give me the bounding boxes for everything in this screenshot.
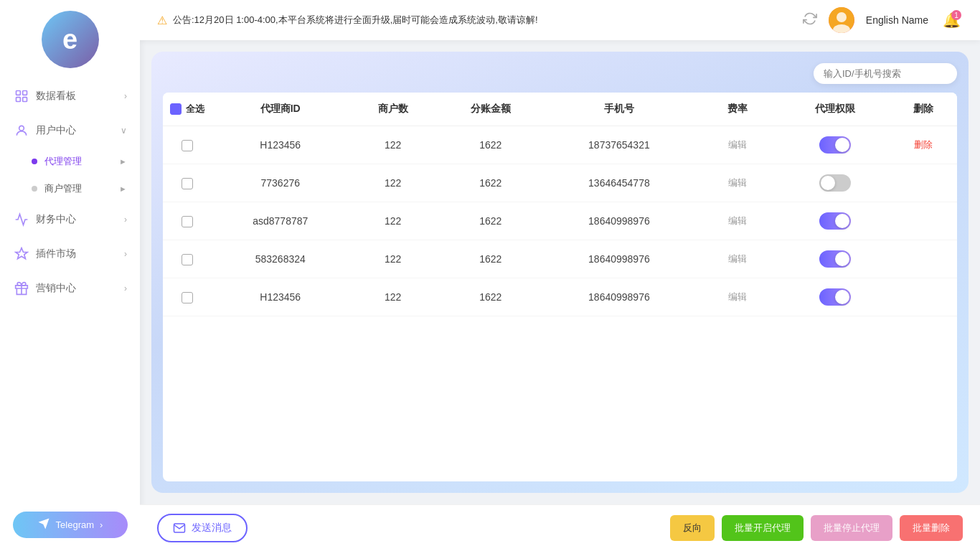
fanxiang-button[interactable]: 反向 bbox=[670, 515, 715, 541]
toggle-thumb bbox=[835, 214, 849, 228]
row-agent-id: H123456 bbox=[212, 126, 349, 164]
row-amount: 1622 bbox=[437, 126, 545, 164]
row-phone: 13646454778 bbox=[545, 164, 694, 202]
table-row: H123456122162218737654321编辑删除 bbox=[163, 126, 957, 164]
announcement-bar: ⚠ 公告:12月20日 1:00-4:00,本平台系统将进行全面升级,届时可能会… bbox=[157, 14, 794, 27]
table-card: 全选 代理商ID 商户数 分账金额 手机号 费率 代理权限 删除 bbox=[151, 52, 969, 493]
toggle-2[interactable] bbox=[819, 212, 851, 230]
row-delete bbox=[889, 278, 957, 316]
sidebar-item-user-center[interactable]: 用户中心 ∨ bbox=[0, 113, 140, 148]
col-amount: 分账金额 bbox=[437, 93, 545, 126]
sidebar-item-finance-label: 财务中心 bbox=[36, 213, 124, 226]
svg-point-6 bbox=[837, 12, 847, 22]
row-delete: 删除 bbox=[889, 126, 957, 164]
row-phone: 18640998976 bbox=[545, 202, 694, 240]
sidebar-item-dashboard-label: 数据看板 bbox=[36, 90, 124, 103]
sidebar-item-marketing-arrow: › bbox=[124, 283, 127, 293]
col-rate: 费率 bbox=[694, 93, 781, 126]
row-checkbox-cell bbox=[163, 202, 212, 240]
row-toggle bbox=[781, 126, 889, 164]
row-checkbox-cell bbox=[163, 278, 212, 316]
row-checkbox-0[interactable] bbox=[182, 140, 193, 151]
send-message-button[interactable]: 发送消息 bbox=[157, 514, 248, 542]
row-checkbox-2[interactable] bbox=[182, 216, 193, 227]
row-toggle bbox=[781, 164, 889, 202]
svg-point-4 bbox=[19, 126, 24, 131]
row-rate: 编辑 bbox=[694, 164, 781, 202]
telegram-arrow: › bbox=[100, 519, 103, 530]
toggle-thumb bbox=[835, 252, 849, 266]
sidebar-item-user-center-label: 用户中心 bbox=[36, 124, 121, 137]
batch-open-button[interactable]: 批量开启代理 bbox=[722, 515, 804, 541]
telegram-icon bbox=[37, 517, 50, 532]
logo-area: e bbox=[38, 7, 103, 72]
refresh-icon[interactable] bbox=[803, 11, 817, 29]
toggle-3[interactable] bbox=[819, 250, 851, 268]
batch-stop-button[interactable]: 批量停止代理 bbox=[811, 515, 892, 541]
row-merchants: 122 bbox=[349, 240, 436, 278]
row-rate: 编辑 bbox=[694, 240, 781, 278]
merchant-manage-arrow: ► bbox=[119, 184, 127, 193]
toggle-1[interactable] bbox=[819, 174, 851, 192]
row-checkbox-1[interactable] bbox=[182, 178, 193, 189]
table-body: H123456122162218737654321编辑删除77362761221… bbox=[163, 126, 957, 316]
edit-button-3[interactable]: 编辑 bbox=[722, 250, 753, 268]
toggle-4[interactable] bbox=[819, 288, 851, 306]
search-input[interactable] bbox=[814, 63, 957, 84]
search-input-wrap bbox=[814, 63, 957, 84]
edit-button-0[interactable]: 编辑 bbox=[722, 136, 753, 154]
table-header-row bbox=[163, 63, 957, 84]
sidebar-item-agent-manage[interactable]: 代理管理 ► bbox=[0, 148, 140, 175]
row-checkbox-cell bbox=[163, 240, 212, 278]
row-delete bbox=[889, 240, 957, 278]
edit-button-1[interactable]: 编辑 bbox=[722, 174, 753, 192]
table-container: 全选 代理商ID 商户数 分账金额 手机号 费率 代理权限 删除 bbox=[163, 93, 957, 481]
select-all-checkbox[interactable] bbox=[170, 103, 182, 115]
avatar bbox=[829, 7, 854, 33]
toggle-thumb bbox=[821, 176, 835, 190]
sidebar: e 数据看板 › 用户中心 ∨ 代理管理 ► 商户管理 ► 财务中心 › bbox=[0, 0, 140, 551]
sidebar-item-marketing[interactable]: 营销中心 › bbox=[0, 271, 140, 306]
row-checkbox-4[interactable] bbox=[182, 292, 193, 303]
svg-rect-1 bbox=[23, 91, 27, 95]
bottom-bar: 发送消息 反向 批量开启代理 批量停止代理 批量删除 bbox=[140, 504, 980, 551]
telegram-label: Telegram bbox=[56, 519, 94, 530]
edit-button-4[interactable]: 编辑 bbox=[722, 288, 753, 306]
topbar: ⚠ 公告:12月20日 1:00-4:00,本平台系统将进行全面升级,届时可能会… bbox=[140, 0, 980, 40]
announcement-text: 公告:12月20日 1:00-4:00,本平台系统将进行全面升级,届时可能会造成… bbox=[173, 14, 538, 27]
col-agent-id: 代理商ID bbox=[212, 93, 349, 126]
agent-manage-dot bbox=[32, 159, 37, 164]
select-all-label: 全选 bbox=[186, 103, 204, 116]
sidebar-item-agent-manage-label: 代理管理 bbox=[44, 155, 82, 168]
bell-button[interactable]: 🔔 1 bbox=[940, 9, 963, 32]
row-phone: 18737654321 bbox=[545, 126, 694, 164]
row-merchants: 122 bbox=[349, 126, 436, 164]
edit-button-2[interactable]: 编辑 bbox=[722, 212, 753, 230]
sidebar-item-dashboard[interactable]: 数据看板 › bbox=[0, 79, 140, 113]
batch-delete-button[interactable]: 批量删除 bbox=[900, 515, 963, 541]
sidebar-item-merchant-manage[interactable]: 商户管理 ► bbox=[0, 175, 140, 202]
row-amount: 1622 bbox=[437, 278, 545, 316]
row-agent-id: H123456 bbox=[212, 278, 349, 316]
col-permission: 代理权限 bbox=[781, 93, 889, 126]
row-merchants: 122 bbox=[349, 278, 436, 316]
row-agent-id: asd8778787 bbox=[212, 202, 349, 240]
col-delete: 删除 bbox=[889, 93, 957, 126]
toggle-0[interactable] bbox=[819, 136, 851, 154]
row-checkbox-cell bbox=[163, 164, 212, 202]
plugins-icon bbox=[13, 245, 30, 263]
telegram-button[interactable]: Telegram › bbox=[13, 512, 128, 538]
delete-button-0[interactable]: 删除 bbox=[914, 139, 933, 150]
col-select: 全选 bbox=[163, 93, 212, 126]
user-center-icon bbox=[13, 122, 30, 139]
row-rate: 编辑 bbox=[694, 278, 781, 316]
row-amount: 1622 bbox=[437, 164, 545, 202]
sidebar-item-finance[interactable]: 财务中心 › bbox=[0, 202, 140, 237]
row-checkbox-cell bbox=[163, 126, 212, 164]
sidebar-item-plugins-arrow: › bbox=[124, 249, 127, 259]
row-checkbox-3[interactable] bbox=[182, 254, 193, 265]
agent-manage-arrow: ► bbox=[119, 157, 127, 166]
main-area: ⚠ 公告:12月20日 1:00-4:00,本平台系统将进行全面升级,届时可能会… bbox=[140, 0, 980, 551]
sidebar-item-plugins[interactable]: 插件市场 › bbox=[0, 237, 140, 271]
toggle-thumb bbox=[835, 138, 849, 152]
